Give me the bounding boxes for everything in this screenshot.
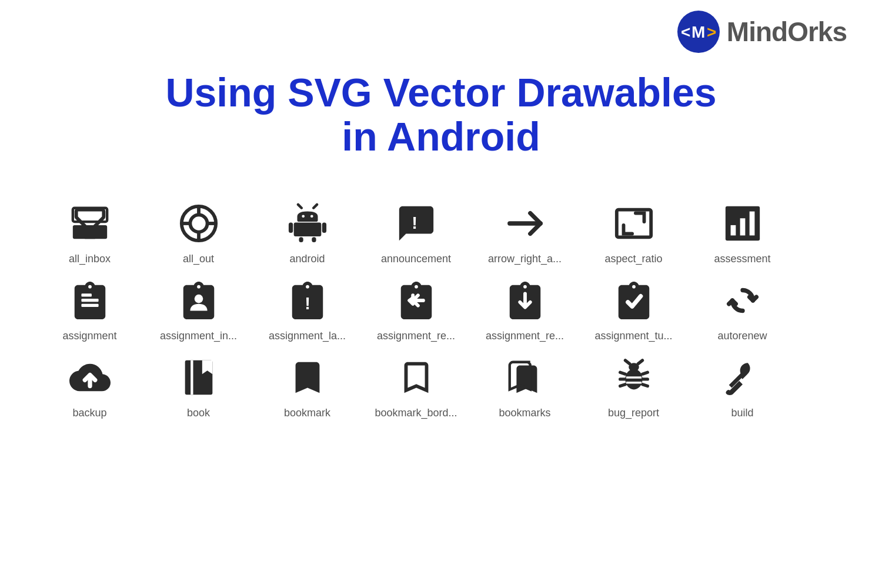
- svg-line-39: [625, 360, 629, 363]
- icon-book: book: [144, 354, 253, 419]
- assignment-late-icon: !: [284, 277, 331, 324]
- icon-label-autorenew: autorenew: [717, 330, 767, 342]
- svg-point-30: [194, 294, 203, 303]
- brand-name: MindOrks: [727, 16, 847, 48]
- svg-line-40: [638, 360, 642, 363]
- svg-rect-18: [299, 237, 303, 242]
- icon-assignment_ind: assignment_in...: [144, 277, 253, 342]
- logo-icon: < M >: [681, 21, 716, 42]
- svg-text:<: <: [681, 23, 690, 41]
- icon-assignment_turned_in: assignment_tu...: [579, 277, 688, 342]
- icon-aspect_ratio: aspect_ratio: [579, 200, 688, 265]
- assessment-icon: [719, 200, 766, 247]
- icons-grid: all_inbox all_out: [0, 182, 882, 443]
- icon-row-2: assignment assignment_in... ! assignm: [35, 277, 847, 342]
- header: < M > MindOrks: [0, 0, 882, 59]
- svg-line-46: [642, 384, 647, 386]
- svg-rect-25: [740, 218, 745, 235]
- svg-rect-24: [730, 225, 736, 236]
- icon-label-assignment_returned: assignment_re...: [486, 330, 564, 342]
- svg-rect-15: [293, 222, 321, 236]
- icon-label-backup: backup: [72, 407, 106, 419]
- svg-rect-16: [288, 222, 292, 233]
- icon-label-announcement: announcement: [381, 253, 451, 265]
- svg-text:!: !: [412, 213, 417, 232]
- backup-icon: [66, 354, 113, 401]
- icon-label-assignment_late: assignment_la...: [269, 330, 346, 342]
- autorenew-icon: [719, 277, 766, 324]
- icon-label-bookmarks: bookmarks: [499, 407, 550, 419]
- svg-point-6: [190, 215, 207, 232]
- icon-label-android: android: [289, 253, 325, 265]
- assignment-icon: [66, 277, 113, 324]
- main-title: Using SVG Vector Drawables in Android: [0, 71, 882, 159]
- icon-label-aspect_ratio: aspect_ratio: [604, 253, 662, 265]
- logo-circle: < M >: [677, 11, 720, 53]
- svg-rect-19: [312, 237, 316, 242]
- icon-label-assignment: assignment: [62, 330, 116, 342]
- icon-row-3: backup book bookmark: [35, 354, 847, 419]
- svg-rect-27: [81, 299, 98, 302]
- bookmark-border-icon: [393, 354, 440, 401]
- icon-arrow_right_alt: arrow_right_a...: [470, 200, 579, 265]
- icon-label-build: build: [731, 407, 753, 419]
- svg-rect-3: [72, 225, 106, 239]
- title-line1: Using SVG Vector Drawables: [0, 71, 882, 115]
- icon-assignment: assignment: [35, 277, 144, 342]
- announcement-icon: !: [393, 200, 440, 247]
- assignment-return-icon: [393, 277, 440, 324]
- icon-android: android: [253, 200, 362, 265]
- title-line2: in Android: [0, 115, 882, 159]
- aspect-ratio-icon: [610, 200, 657, 247]
- assignment-returned-icon: [502, 277, 549, 324]
- svg-line-43: [620, 384, 625, 386]
- bookmarks-icon: [502, 354, 549, 401]
- icon-assessment: assessment: [688, 200, 797, 265]
- svg-text:!: !: [305, 293, 310, 312]
- icon-label-bookmark: bookmark: [284, 407, 330, 419]
- icon-build: build: [688, 354, 797, 419]
- icon-bookmarks: bookmarks: [470, 354, 579, 419]
- svg-line-12: [313, 205, 317, 208]
- book-icon: [175, 354, 222, 401]
- icon-label-arrow_right_alt: arrow_right_a...: [488, 253, 562, 265]
- icon-label-all_inbox: all_inbox: [69, 253, 111, 265]
- icon-assignment_returned: assignment_re...: [470, 277, 579, 342]
- icon-assignment_return: assignment_re...: [362, 277, 470, 342]
- icon-bug_report: bug_report: [579, 354, 688, 419]
- arrow-right-alt-icon: [502, 200, 549, 247]
- svg-text:M: M: [691, 23, 705, 41]
- svg-line-44: [642, 372, 647, 374]
- build-icon: [719, 354, 766, 401]
- icon-announcement: ! announcement: [362, 200, 470, 265]
- svg-rect-17: [322, 222, 326, 233]
- icon-all_inbox: all_inbox: [35, 200, 144, 265]
- icon-label-bookmark_border: bookmark_bord...: [375, 407, 457, 419]
- svg-rect-29: [81, 293, 92, 296]
- icon-label-assignment_ind: assignment_in...: [160, 330, 237, 342]
- assignment-turned-in-icon: [610, 277, 657, 324]
- icon-label-assignment_turned_in: assignment_tu...: [594, 330, 672, 342]
- icon-label-bug_report: bug_report: [608, 407, 659, 419]
- icon-all_out: all_out: [144, 200, 253, 265]
- bookmark-icon: [284, 354, 331, 401]
- icon-label-assignment_return: assignment_re...: [377, 330, 455, 342]
- icon-label-all_out: all_out: [183, 253, 214, 265]
- icon-row-1: all_inbox all_out: [35, 200, 847, 265]
- svg-rect-26: [749, 211, 754, 235]
- logo-container: < M > MindOrks: [677, 11, 847, 53]
- title-section: Using SVG Vector Drawables in Android: [0, 59, 882, 182]
- all-out-icon: [175, 200, 222, 247]
- icon-assignment_late: ! assignment_la...: [253, 277, 362, 342]
- svg-line-11: [298, 205, 301, 208]
- bug-report-icon: [610, 354, 657, 401]
- icon-bookmark: bookmark: [253, 354, 362, 419]
- svg-point-14: [310, 215, 313, 218]
- icon-bookmark_border: bookmark_bord...: [362, 354, 470, 419]
- svg-point-13: [302, 215, 305, 218]
- android-icon: [284, 200, 331, 247]
- svg-text:>: >: [707, 23, 716, 41]
- icon-label-book: book: [187, 407, 210, 419]
- icon-label-assessment: assessment: [714, 253, 770, 265]
- all-inbox-icon: [66, 200, 113, 247]
